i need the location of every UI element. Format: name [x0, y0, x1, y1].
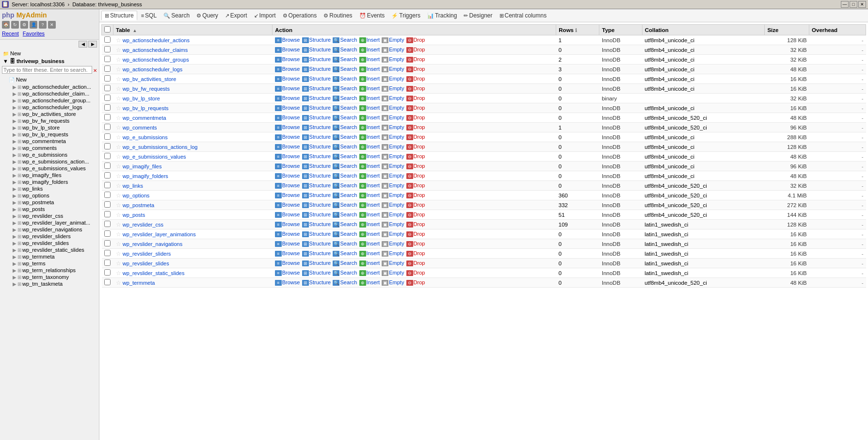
sidebar-table-item[interactable]: ▶⊞wp_term_taxonomy: [1, 274, 98, 280]
favorite-star-icon[interactable]: ☆: [116, 250, 121, 257]
sidebar-table-item[interactable]: ▶⊞wp_bv_fw_requests: [1, 117, 98, 124]
empty-link[interactable]: Empty: [389, 85, 404, 91]
row-checkbox[interactable]: [104, 230, 111, 237]
structure-link[interactable]: Structure: [309, 279, 331, 285]
favorite-star-icon[interactable]: ☆: [116, 231, 121, 238]
structure-link[interactable]: Structure: [309, 182, 331, 188]
refresh-icon[interactable]: ↻: [11, 21, 19, 29]
favorite-star-icon[interactable]: ☆: [116, 66, 121, 73]
row-checkbox[interactable]: [104, 75, 111, 81]
table-name-link[interactable]: wp_revslider_sliders: [123, 251, 171, 257]
empty-link[interactable]: Empty: [389, 124, 404, 130]
table-name-link[interactable]: wp_posts: [123, 212, 145, 218]
row-checkbox-cell[interactable]: [102, 152, 113, 162]
structure-link[interactable]: Structure: [309, 250, 331, 256]
table-name-link[interactable]: wp_comments: [123, 125, 157, 130]
insert-link[interactable]: Insert: [367, 153, 380, 159]
favorite-star-icon[interactable]: ☆: [116, 134, 121, 141]
home-icon[interactable]: 🏠: [2, 21, 10, 29]
structure-link[interactable]: Structure: [309, 134, 331, 140]
exit-icon[interactable]: ✕: [48, 21, 56, 29]
drop-link[interactable]: Drop: [414, 231, 425, 237]
row-checkbox[interactable]: [104, 201, 111, 208]
row-checkbox[interactable]: [104, 104, 111, 111]
search-link[interactable]: Search: [340, 153, 357, 159]
structure-link[interactable]: Structure: [309, 37, 331, 43]
sidebar-table-item[interactable]: ▶⊞wp_actionscheduler_claim...: [1, 90, 98, 97]
insert-link[interactable]: Insert: [367, 134, 380, 140]
search-link[interactable]: Search: [340, 105, 357, 111]
browse-link[interactable]: Browse: [282, 76, 300, 81]
drop-link[interactable]: Drop: [414, 221, 425, 227]
row-checkbox-cell[interactable]: [102, 132, 113, 142]
favorite-star-icon[interactable]: ☆: [116, 270, 121, 277]
table-name-link[interactable]: wp_options: [123, 193, 150, 198]
empty-link[interactable]: Empty: [389, 250, 404, 256]
sidebar-table-item[interactable]: ▶⊞wp_revslider_sliders: [1, 233, 98, 240]
structure-link[interactable]: Structure: [309, 163, 331, 169]
favorite-star-icon[interactable]: ☆: [116, 85, 121, 92]
favorite-star-icon[interactable]: ☆: [116, 202, 121, 209]
table-name-link[interactable]: wp_imagify_folders: [123, 173, 168, 179]
nav-item-designer[interactable]: ✏Designer: [461, 11, 495, 20]
insert-link[interactable]: Insert: [367, 182, 380, 188]
sidebar-table-item[interactable]: ▶⊞wp_termmeta: [1, 253, 98, 260]
empty-link[interactable]: Empty: [389, 173, 404, 179]
insert-link[interactable]: Insert: [367, 279, 380, 285]
table-name-link[interactable]: wp_revslider_slides: [123, 261, 169, 266]
db-header-item[interactable]: ▼ 🗄 thrivewp_business: [1, 57, 98, 65]
row-checkbox-cell[interactable]: [102, 229, 113, 239]
sidebar-table-item[interactable]: ▶⊞wp_tm_taskmeta: [1, 280, 98, 287]
help-icon[interactable]: ?: [39, 21, 47, 29]
drop-link[interactable]: Drop: [414, 37, 425, 43]
drop-link[interactable]: Drop: [414, 124, 425, 130]
drop-link[interactable]: Drop: [414, 202, 425, 208]
nav-item-sql[interactable]: ≡SQL: [138, 11, 160, 20]
search-link[interactable]: Search: [340, 85, 357, 91]
row-checkbox[interactable]: [104, 153, 111, 159]
structure-link[interactable]: Structure: [309, 76, 331, 81]
search-link[interactable]: Search: [340, 76, 357, 81]
collation-column-header[interactable]: Collation: [642, 25, 765, 35]
favorite-star-icon[interactable]: ☆: [116, 182, 121, 189]
sidebar-table-item[interactable]: ▶⊞wp_imagify_folders: [1, 179, 98, 185]
insert-link[interactable]: Insert: [367, 76, 380, 81]
structure-link[interactable]: Structure: [309, 241, 331, 246]
table-name-link[interactable]: wp_actionscheduler_groups: [123, 57, 189, 63]
sidebar-table-item[interactable]: ▶⊞wp_terms: [1, 260, 98, 267]
insert-link[interactable]: Insert: [367, 212, 380, 217]
structure-link[interactable]: Structure: [309, 173, 331, 179]
empty-link[interactable]: Empty: [389, 56, 404, 62]
nav-item-query[interactable]: ⚙Query: [193, 11, 221, 20]
browse-link[interactable]: Browse: [282, 37, 300, 43]
search-link[interactable]: Search: [340, 163, 357, 169]
structure-link[interactable]: Structure: [309, 124, 331, 130]
row-checkbox[interactable]: [104, 269, 111, 276]
nav-item-search[interactable]: 🔍Search: [161, 11, 193, 20]
row-checkbox[interactable]: [104, 221, 111, 227]
recent-tab[interactable]: Recent: [2, 31, 19, 36]
drop-link[interactable]: Drop: [414, 260, 425, 266]
sidebar-table-item[interactable]: ▶⊞wp_actionscheduler_logs: [1, 104, 98, 111]
structure-link[interactable]: Structure: [309, 270, 331, 276]
row-checkbox[interactable]: [104, 143, 111, 149]
favorite-star-icon[interactable]: ☆: [116, 153, 121, 160]
table-name-link[interactable]: wp_termmeta: [123, 280, 155, 286]
browse-link[interactable]: Browse: [282, 250, 300, 256]
nav-expand-button[interactable]: ▶: [88, 41, 97, 48]
table-name-link[interactable]: wp_imagify_files: [123, 163, 162, 169]
search-link[interactable]: Search: [340, 192, 357, 198]
browse-link[interactable]: Browse: [282, 192, 300, 198]
table-column-header[interactable]: Table ▲: [113, 25, 273, 35]
table-name-link[interactable]: wp_revslider_layer_animations: [123, 231, 196, 237]
row-checkbox-cell[interactable]: [102, 200, 113, 210]
row-checkbox[interactable]: [104, 95, 111, 101]
row-checkbox-cell[interactable]: [102, 84, 113, 94]
drop-link[interactable]: Drop: [414, 105, 425, 111]
structure-link[interactable]: Structure: [309, 212, 331, 217]
table-name-link[interactable]: wp_commentmeta: [123, 115, 166, 121]
insert-link[interactable]: Insert: [367, 270, 380, 276]
row-checkbox[interactable]: [104, 260, 111, 266]
drop-link[interactable]: Drop: [414, 212, 425, 217]
structure-link[interactable]: Structure: [309, 95, 331, 101]
